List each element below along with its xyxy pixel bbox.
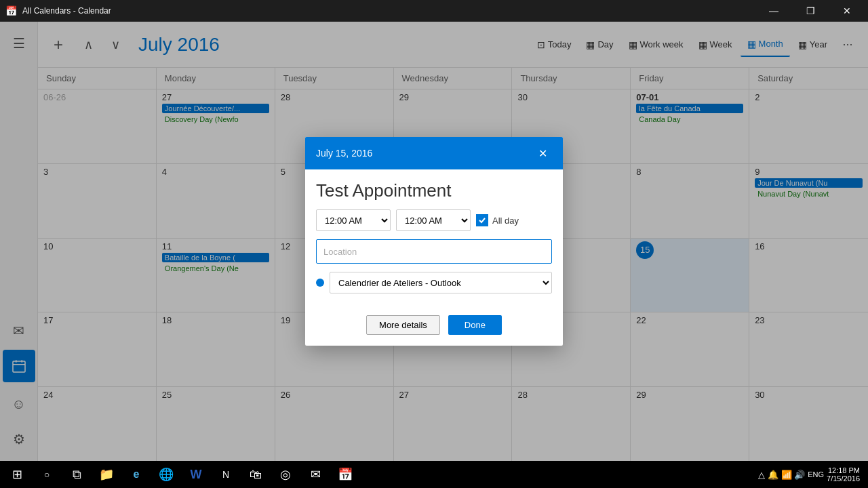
dialog-overlay: July 15, 2016 ✕ Test Appointment 12:00 A…: [0, 22, 868, 461]
start-button[interactable]: ⊞: [3, 461, 31, 488]
titlebar: 📅 All Calendars - Calendar — ❐ ✕: [0, 0, 868, 22]
restore-button[interactable]: ❐: [795, 0, 826, 22]
dialog-footer: More details Done: [305, 315, 563, 346]
appointment-title: Test Appointment: [316, 180, 552, 201]
time-row: 12:00 AM 12:00 AM All day: [316, 209, 552, 231]
allday-label: All day: [492, 216, 519, 226]
word-button[interactable]: W: [182, 461, 210, 488]
done-button[interactable]: Done: [448, 315, 502, 335]
chrome-button[interactable]: ◎: [271, 461, 300, 488]
start-time-select[interactable]: 12:00 AM: [316, 209, 391, 231]
store-button[interactable]: 🛍: [241, 461, 270, 488]
onenote-button[interactable]: N: [212, 461, 240, 488]
search-button[interactable]: ○: [33, 461, 61, 488]
dialog-close-button[interactable]: ✕: [533, 144, 552, 163]
taskbar: ⊞ ○ ⧉ 📁 e 🌐 W N 🛍 ◎ ✉ 📅 △ 🔔 📶 🔊 ENG 12:1…: [0, 461, 868, 488]
outlook-button[interactable]: ✉: [301, 461, 330, 488]
close-button[interactable]: ✕: [831, 0, 863, 22]
more-details-button[interactable]: More details: [366, 315, 440, 335]
dialog-date: July 15, 2016: [316, 148, 372, 159]
calendar-select[interactable]: Calendrier de Ateliers - Outlook: [330, 272, 552, 293]
location-input[interactable]: [316, 239, 552, 264]
end-time-select[interactable]: 12:00 AM: [396, 209, 471, 231]
ie-button[interactable]: 🌐: [152, 461, 180, 488]
minimize-button[interactable]: —: [758, 0, 789, 22]
taskbar-system-tray: △ 🔔 📶 🔊 ENG 12:18 PM 7/15/2016: [758, 466, 865, 483]
app-icon: 📅: [5, 5, 17, 16]
file-explorer-button[interactable]: 📁: [92, 461, 121, 488]
appointment-dialog: July 15, 2016 ✕ Test Appointment 12:00 A…: [305, 137, 563, 346]
system-tray-icons: △ 🔔 📶 🔊: [758, 470, 805, 480]
allday-checkbox[interactable]: [476, 214, 488, 226]
calendar-select-row: Calendrier de Ateliers - Outlook: [316, 272, 552, 293]
calendar-taskbar-button[interactable]: 📅: [331, 461, 359, 488]
titlebar-title: All Calendars - Calendar: [22, 6, 111, 16]
dialog-header: July 15, 2016 ✕: [305, 137, 563, 169]
allday-check: All day: [476, 214, 519, 226]
language-indicator: ENG: [808, 470, 824, 479]
taskbar-clock[interactable]: 12:18 PM 7/15/2016: [827, 466, 860, 483]
calendar-color-dot: [316, 279, 324, 287]
task-view-button[interactable]: ⧉: [62, 461, 91, 488]
edge-button[interactable]: e: [122, 461, 151, 488]
dialog-body: Test Appointment 12:00 AM 12:00 AM All d…: [305, 169, 563, 315]
